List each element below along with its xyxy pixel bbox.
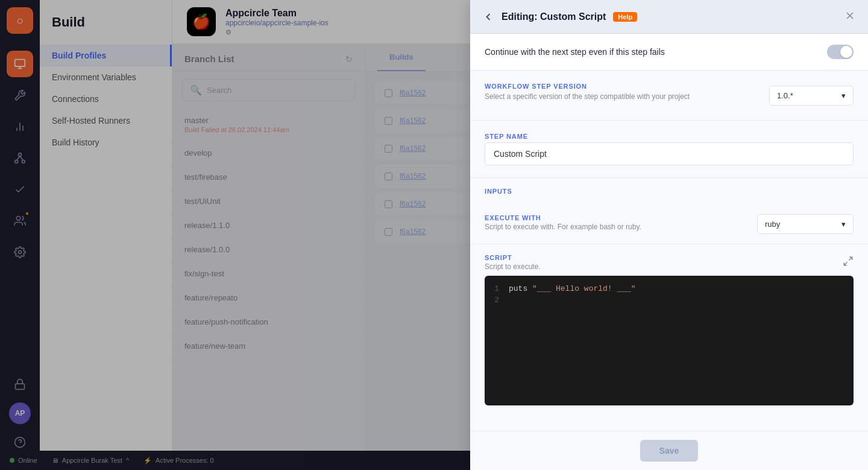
execute-select[interactable]: ruby ▾ <box>757 214 854 234</box>
execute-label: EXECUTE WITH <box>485 214 641 221</box>
toggle-knob <box>840 46 852 58</box>
step-name-section: STEP NAME <box>470 121 868 178</box>
inputs-label: INPUTS <box>485 188 854 195</box>
chevron-down-icon: ▾ <box>841 220 846 229</box>
toggle-label: Continue with the next step even if this… <box>485 47 665 57</box>
expand-icon[interactable] <box>843 256 854 269</box>
line-number: 1 <box>485 284 509 293</box>
step-name-input[interactable] <box>485 142 854 165</box>
back-button[interactable] <box>482 11 494 23</box>
code-line-2: 2 <box>485 294 854 306</box>
script-label: SCRIPT <box>485 254 541 261</box>
svg-line-16 <box>849 257 852 260</box>
workflow-sublabel: Select a specific version of the step co… <box>485 92 690 101</box>
close-button[interactable] <box>844 10 856 24</box>
script-section: SCRIPT Script to execute. 1 puts "___ He… <box>470 244 868 415</box>
edit-panel: Editing: Custom Script Help Continue wit… <box>470 0 868 470</box>
version-select[interactable]: 1.0.* ▾ <box>769 86 854 106</box>
code-editor[interactable]: 1 puts "___ Hello world! ___" 2 <box>485 276 854 405</box>
inputs-section: INPUTS <box>470 178 868 195</box>
edit-title: Editing: Custom Script <box>502 11 606 22</box>
execute-value: ruby <box>765 220 780 229</box>
workflow-label: WORKFLOW STEP VERSION <box>485 83 690 90</box>
toggle-switch[interactable] <box>827 45 854 59</box>
workflow-version-section: WORKFLOW STEP VERSION Select a specific … <box>470 71 868 121</box>
step-name-label: STEP NAME <box>485 133 854 140</box>
toggle-row: Continue with the next step even if this… <box>470 34 868 71</box>
edit-footer: Save <box>470 431 868 470</box>
save-button[interactable]: Save <box>640 440 699 462</box>
svg-line-17 <box>844 262 847 265</box>
execute-sublabel: Script to execute with. For example bash… <box>485 223 641 231</box>
code-line-1: 1 puts "___ Hello world! ___" <box>485 283 854 294</box>
edit-header: Editing: Custom Script Help <box>470 0 868 34</box>
line-code: puts "___ Hello world! ___" <box>509 284 636 293</box>
help-badge[interactable]: Help <box>613 12 637 22</box>
version-value: 1.0.* <box>777 91 793 100</box>
line-number: 2 <box>485 296 509 305</box>
edit-body: Continue with the next step even if this… <box>470 34 868 431</box>
chevron-down-icon: ▾ <box>841 91 846 100</box>
script-sublabel: Script to execute. <box>485 262 541 271</box>
execute-section: EXECUTE WITH Script to execute with. For… <box>470 205 868 244</box>
